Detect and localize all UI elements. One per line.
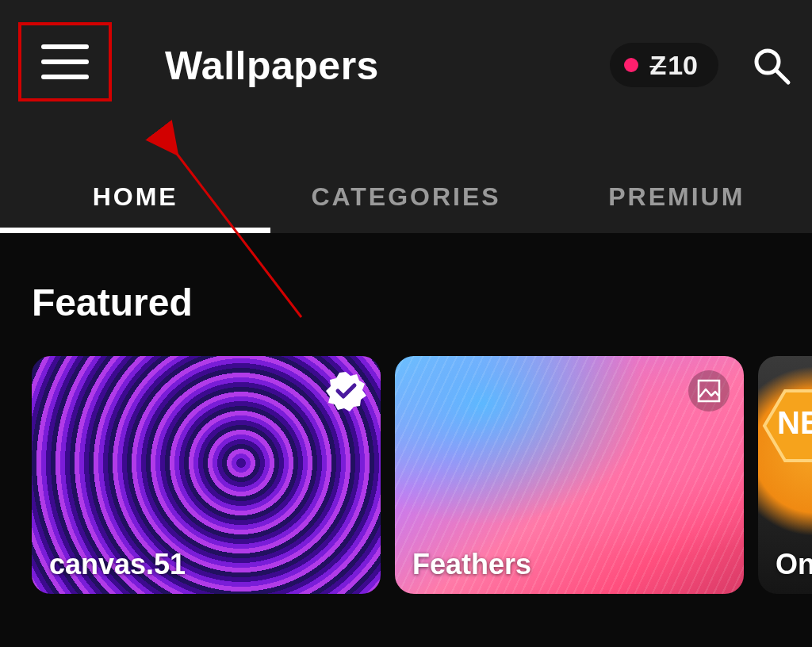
wallpaper-card-label: Feathers bbox=[412, 548, 531, 581]
wallpaper-card[interactable]: NE One bbox=[758, 356, 812, 594]
hexagon-badge-text: NE bbox=[777, 405, 812, 441]
tab-bar: HOME CATEGORIES PREMIUM bbox=[0, 160, 812, 233]
wallpaper-card[interactable]: canvas.51 bbox=[32, 356, 381, 594]
coin-balance-value: Z10 bbox=[649, 50, 698, 81]
app-header: Wallpapers Z10 HOME CATEGORIES PREMIUM bbox=[0, 0, 812, 233]
section-title-featured: Featured bbox=[32, 281, 812, 324]
wallpaper-card[interactable]: Feathers bbox=[395, 356, 744, 594]
image-type-badge bbox=[688, 370, 730, 412]
coin-balance-pill[interactable]: Z10 bbox=[610, 43, 718, 87]
top-bar: Wallpapers Z10 bbox=[0, 0, 812, 135]
verified-icon bbox=[325, 370, 366, 412]
search-icon bbox=[752, 46, 791, 86]
wallpaper-card-label: canvas.51 bbox=[49, 548, 186, 581]
svg-rect-3 bbox=[699, 381, 719, 401]
notification-dot-icon bbox=[624, 58, 638, 72]
wallpaper-card-label: One bbox=[776, 548, 812, 581]
featured-cards-row: canvas.51 Feathers NE One bbox=[32, 356, 812, 594]
content-area: Featured canvas.51 Feathers bbox=[0, 233, 812, 594]
tab-categories[interactable]: CATEGORIES bbox=[270, 160, 541, 233]
hamburger-icon[interactable] bbox=[41, 44, 89, 79]
tab-premium[interactable]: PREMIUM bbox=[542, 160, 812, 233]
svg-line-1 bbox=[776, 71, 788, 82]
verified-badge bbox=[325, 370, 366, 412]
page-title: Wallpapers bbox=[165, 43, 379, 89]
tab-home[interactable]: HOME bbox=[0, 160, 270, 233]
image-icon bbox=[696, 378, 722, 404]
search-button[interactable] bbox=[752, 46, 791, 86]
annotation-highlight-box bbox=[18, 22, 112, 101]
